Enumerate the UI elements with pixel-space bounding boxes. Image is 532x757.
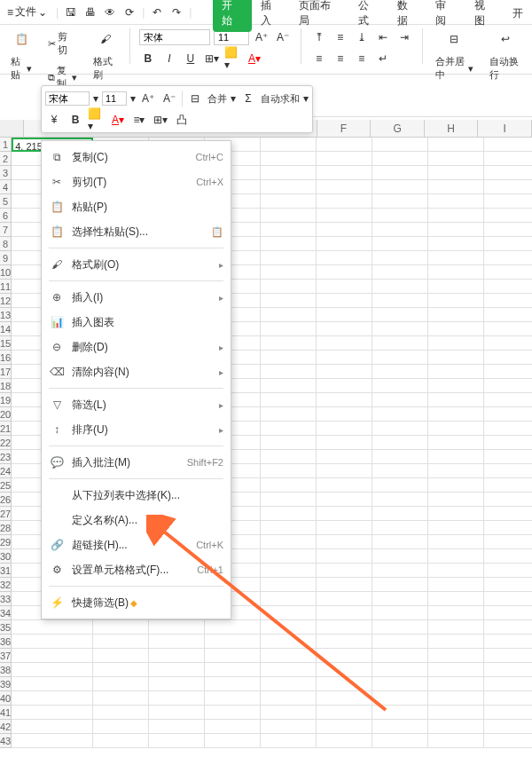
cell[interactable] [372,280,428,294]
cell[interactable] [484,521,532,535]
cell[interactable] [484,535,532,549]
row-header[interactable]: 36 [0,635,12,649]
cell[interactable] [372,407,428,422]
cell[interactable] [372,493,428,507]
cell[interactable] [317,521,372,535]
cell[interactable] [261,166,317,180]
cell[interactable] [149,677,205,691]
cell[interactable] [12,720,93,734]
cell[interactable] [261,436,317,450]
cell[interactable] [317,606,372,620]
cell[interactable] [261,336,317,351]
cell[interactable] [428,152,484,166]
row-header[interactable]: 17 [0,365,12,379]
cell[interactable] [484,294,532,308]
cell[interactable] [317,237,372,251]
cell[interactable] [12,691,93,706]
cell[interactable] [484,450,532,464]
cell[interactable] [428,677,484,691]
cell[interactable] [484,166,532,180]
cell[interactable] [317,336,372,351]
cell[interactable] [93,677,149,691]
cell[interactable] [261,464,317,478]
cell[interactable] [428,649,484,663]
decrease-font-icon[interactable]: A⁻ [160,90,178,107]
cell[interactable] [317,251,372,265]
currency-icon[interactable]: ¥ [45,111,63,129]
row-header[interactable]: 38 [0,663,12,677]
paste-icon[interactable]: 📋 [11,28,32,50]
cell[interactable] [205,635,261,649]
cell[interactable] [261,152,317,166]
cell[interactable] [484,265,532,280]
cell[interactable] [93,691,149,706]
menu-item[interactable]: 💬插入批注(M)Shift+F2 [42,450,231,475]
cell[interactable] [372,180,428,194]
cell[interactable] [428,663,484,677]
col-header-h[interactable]: H [425,120,479,137]
row-header[interactable]: 11 [0,280,12,294]
cell[interactable] [484,620,532,635]
cell[interactable] [484,336,532,351]
cell[interactable] [261,691,317,706]
cell[interactable] [372,436,428,450]
cell[interactable] [261,407,317,422]
row-header[interactable]: 24 [0,464,12,478]
row-header[interactable]: 31 [0,564,12,578]
cell[interactable] [428,251,484,265]
col-header-g[interactable]: G [371,120,425,137]
cell[interactable] [372,734,428,748]
menu-item[interactable]: 📊插入图表 [42,310,231,335]
cell[interactable] [428,578,484,592]
cell[interactable] [317,620,372,635]
menu-item[interactable]: ⊕插入(I)▸ [42,285,231,310]
cell[interactable] [484,691,532,706]
cell[interactable] [484,237,532,251]
sigma-icon[interactable]: Σ [239,90,257,107]
row-header[interactable]: 25 [0,478,12,493]
cell[interactable] [372,379,428,393]
cell[interactable] [372,720,428,734]
cell[interactable] [428,493,484,507]
cell[interactable] [261,521,317,535]
cell[interactable] [372,393,428,407]
cell[interactable] [12,677,93,691]
cell[interactable] [261,507,317,521]
menu-item[interactable]: ⧉复制(C)Ctrl+C [42,145,231,170]
cell[interactable] [372,138,428,152]
cell[interactable] [428,464,484,478]
align-right-icon[interactable]: ≡ [353,50,371,67]
cell[interactable] [484,478,532,493]
cell[interactable] [93,635,149,649]
cell[interactable] [484,152,532,166]
cell[interactable] [261,237,317,251]
cell[interactable] [261,564,317,578]
cell[interactable] [372,422,428,436]
row-header[interactable]: 39 [0,677,12,691]
font-name-select[interactable] [139,29,210,45]
italic-icon[interactable]: I [160,50,178,67]
fill-color-icon[interactable]: 🟨▾ [224,50,242,67]
cell[interactable] [261,180,317,194]
cell[interactable] [261,677,317,691]
cell[interactable] [372,478,428,493]
merge-icon[interactable]: ⊟ [186,90,204,107]
cell[interactable] [428,478,484,493]
cell[interactable] [317,393,372,407]
cell[interactable] [484,720,532,734]
format-painter-icon[interactable]: 🖌 [95,28,116,50]
cell[interactable] [12,649,93,663]
cell[interactable] [205,677,261,691]
align-left-icon[interactable]: ≡ [310,50,328,67]
cell[interactable] [261,549,317,564]
menu-item[interactable]: ✂剪切(T)Ctrl+X [42,170,231,194]
tab-home[interactable]: 开始 [213,0,252,32]
cell[interactable] [261,365,317,379]
row-header[interactable]: 40 [0,691,12,706]
cell[interactable] [428,223,484,237]
format-icon[interactable]: 凸 [173,111,191,129]
font-color-icon[interactable]: A▾ [109,111,127,129]
cell[interactable] [484,365,532,379]
menu-item[interactable]: ▽筛选(L)▸ [42,392,231,417]
cell[interactable] [317,322,372,336]
